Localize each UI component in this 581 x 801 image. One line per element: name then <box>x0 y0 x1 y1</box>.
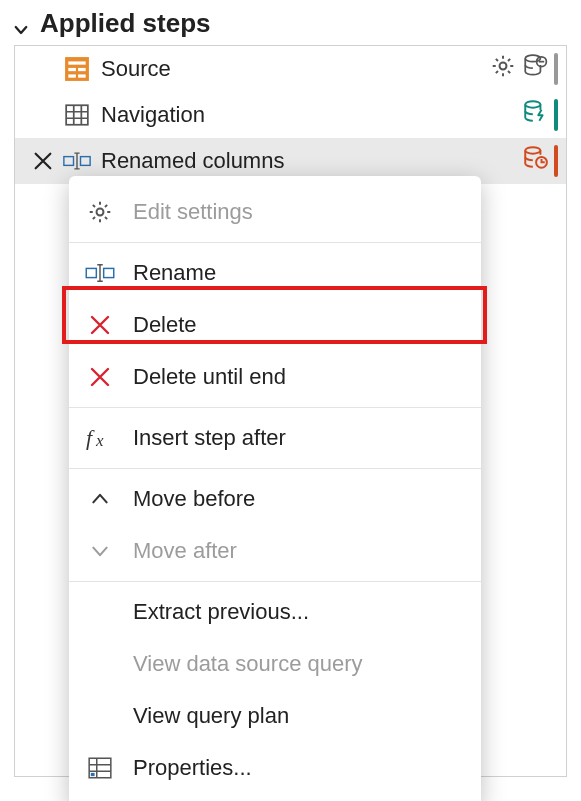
gear-icon <box>83 199 117 225</box>
status-bar <box>554 53 558 85</box>
step-label: Navigation <box>101 102 522 128</box>
svg-rect-9 <box>66 105 88 125</box>
menu-move-before[interactable]: Move before <box>69 473 481 525</box>
menu-divider <box>69 468 481 469</box>
chevron-down-icon <box>83 541 117 561</box>
menu-divider <box>69 242 481 243</box>
menu-item-label: Move after <box>133 538 463 564</box>
rename-icon <box>63 149 91 173</box>
svg-rect-16 <box>86 268 96 277</box>
chevron-down-icon <box>12 15 30 33</box>
step-source[interactable]: Source <box>15 46 566 92</box>
menu-item-label: View query plan <box>133 703 463 729</box>
menu-view-query-plan[interactable]: View query plan <box>69 690 481 742</box>
svg-rect-5 <box>78 74 86 77</box>
svg-text:x: x <box>95 431 104 450</box>
db-minus-icon <box>522 53 548 85</box>
menu-divider <box>69 581 481 582</box>
menu-delete-until-end[interactable]: Delete until end <box>69 351 481 403</box>
menu-item-label: Delete until end <box>133 364 463 390</box>
menu-item-label: Edit settings <box>133 199 463 225</box>
db-clock-icon <box>522 145 548 177</box>
x-red-icon <box>83 313 117 337</box>
applied-steps-header[interactable]: Applied steps <box>0 0 581 45</box>
rename-icon <box>83 262 117 284</box>
menu-move-after: Move after <box>69 525 481 577</box>
menu-item-label: Move before <box>133 486 463 512</box>
svg-rect-17 <box>104 268 114 277</box>
svg-rect-11 <box>64 157 74 166</box>
step-navigation[interactable]: Navigation <box>15 92 566 138</box>
svg-rect-21 <box>91 773 95 776</box>
step-context-menu: Edit settings Rename Delete Delete until… <box>69 176 481 801</box>
svg-text:f: f <box>86 426 95 450</box>
properties-icon <box>83 755 117 781</box>
svg-rect-1 <box>68 61 85 64</box>
svg-point-6 <box>500 63 507 70</box>
table-orange-icon <box>63 56 91 82</box>
svg-rect-4 <box>68 74 76 77</box>
status-bar <box>554 145 558 177</box>
menu-item-label: Delete <box>133 312 463 338</box>
x-red-icon <box>83 365 117 389</box>
svg-point-13 <box>525 147 540 154</box>
menu-item-label: Properties... <box>133 755 463 781</box>
step-label: Renamed columns <box>101 148 522 174</box>
menu-rename[interactable]: Rename <box>69 247 481 299</box>
db-flash-icon <box>522 99 548 131</box>
menu-insert-step-after[interactable]: f x Insert step after <box>69 412 481 464</box>
menu-item-label: Insert step after <box>133 425 463 451</box>
svg-point-15 <box>97 209 104 216</box>
menu-properties[interactable]: Properties... <box>69 742 481 794</box>
menu-extract-previous[interactable]: Extract previous... <box>69 586 481 638</box>
gear-icon[interactable] <box>490 53 516 85</box>
status-bar <box>554 99 558 131</box>
svg-rect-2 <box>68 68 76 71</box>
chevron-up-icon <box>83 489 117 509</box>
fx-icon: f x <box>83 426 117 450</box>
section-title: Applied steps <box>40 8 210 39</box>
menu-edit-settings: Edit settings <box>69 186 481 238</box>
step-label: Source <box>101 56 490 82</box>
menu-divider <box>69 407 481 408</box>
menu-item-label: Extract previous... <box>133 599 463 625</box>
svg-point-10 <box>525 101 540 108</box>
svg-rect-12 <box>81 157 91 166</box>
delete-step-icon[interactable] <box>23 150 63 172</box>
svg-rect-3 <box>78 68 86 71</box>
menu-item-label: View data source query <box>133 651 463 677</box>
menu-delete[interactable]: Delete <box>69 299 481 351</box>
menu-item-label: Rename <box>133 260 463 286</box>
menu-view-data-source-query: View data source query <box>69 638 481 690</box>
table-outline-icon <box>63 102 91 128</box>
